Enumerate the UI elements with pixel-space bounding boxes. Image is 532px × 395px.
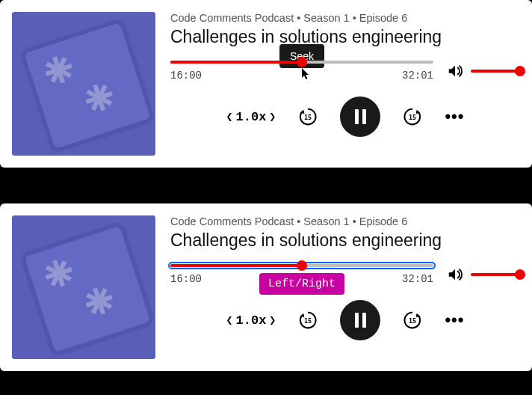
time-elapsed: 16:00: [170, 70, 202, 82]
forward-15-button[interactable]: 15: [401, 105, 424, 128]
podcast-artwork: [12, 215, 155, 359]
chevron-right-icon[interactable]: ❯: [269, 110, 276, 124]
svg-text:15: 15: [409, 114, 416, 121]
player-card: Code Comments Podcast • Season 1 • Episo…: [0, 203, 532, 371]
playback-speed[interactable]: ❮ 1.0x ❯: [226, 313, 276, 328]
player-content: Code Comments Podcast • Season 1 • Episo…: [170, 215, 520, 359]
volume-control[interactable]: [447, 63, 520, 79]
podcast-artwork: [12, 12, 155, 156]
chevron-left-icon[interactable]: ❮: [226, 110, 233, 124]
time-elapsed: 16:00: [170, 273, 202, 285]
keyboard-hint: Left/Right: [259, 273, 344, 295]
pause-icon: [355, 313, 366, 328]
rewind-15-button[interactable]: 15: [297, 105, 319, 128]
time-duration: 32:01: [402, 273, 433, 285]
cursor-icon: [302, 68, 311, 82]
svg-text:15: 15: [409, 317, 416, 325]
chevron-left-icon[interactable]: ❮: [226, 313, 233, 328]
rewind-15-button[interactable]: 15: [297, 309, 319, 331]
svg-text:15: 15: [304, 114, 312, 121]
player-content: Code Comments Podcast • Season 1 • Episo…: [170, 12, 520, 156]
forward-15-button[interactable]: 15: [401, 309, 424, 331]
episode-title: Challenges in solutions engineering: [170, 27, 520, 47]
time-duration: 32:01: [402, 70, 433, 82]
volume-icon: [447, 266, 463, 283]
seek-bar[interactable]: Left/Right 16:00 32:01: [170, 264, 433, 285]
chevron-right-icon[interactable]: ❯: [269, 313, 276, 328]
svg-text:15: 15: [304, 317, 312, 325]
seek-bar[interactable]: Seek 16:00 32:01: [170, 61, 433, 82]
pause-button[interactable]: [340, 97, 380, 137]
volume-control[interactable]: [447, 266, 520, 283]
pause-icon: [355, 109, 366, 124]
player-card: Code Comments Podcast • Season 1 • Episo…: [0, 0, 532, 168]
episode-title: Challenges in solutions engineering: [170, 230, 520, 251]
playback-speed[interactable]: ❮ 1.0x ❯: [226, 110, 276, 124]
volume-icon: [447, 63, 463, 79]
pause-button[interactable]: [340, 300, 380, 340]
podcast-meta: Code Comments Podcast • Season 1 • Episo…: [170, 215, 520, 227]
podcast-meta: Code Comments Podcast • Season 1 • Episo…: [170, 12, 520, 24]
